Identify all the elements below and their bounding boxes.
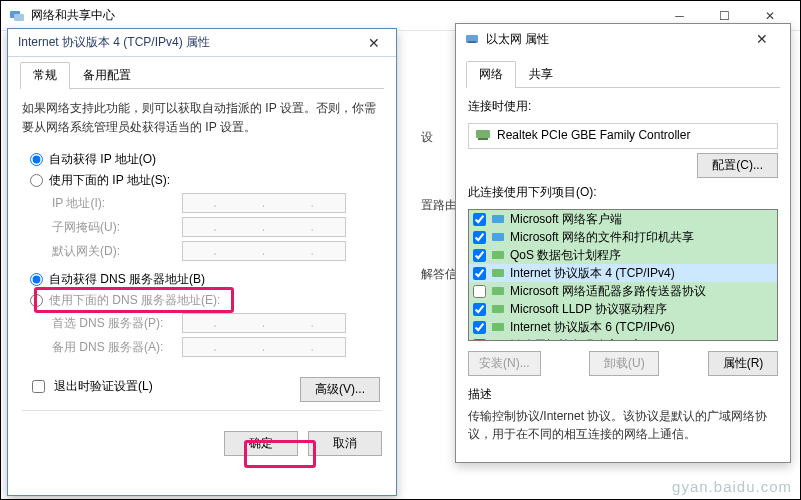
manual-ip-label: 使用下面的 IP 地址(S): — [49, 172, 170, 189]
component-checkbox[interactable] — [473, 213, 486, 226]
tab-alternate[interactable]: 备用配置 — [70, 62, 144, 89]
description-label: 描述 — [468, 386, 778, 403]
svg-rect-7 — [492, 233, 504, 241]
auto-ip-radio[interactable]: 自动获得 IP 地址(O) — [30, 151, 382, 168]
component-checkbox[interactable] — [473, 249, 486, 262]
svg-rect-11 — [492, 305, 504, 313]
auto-dns-radio-input[interactable] — [30, 273, 43, 286]
component-checkbox[interactable] — [473, 285, 486, 298]
component-item[interactable]: Microsoft LLDP 协议驱动程序 — [469, 300, 778, 318]
auto-dns-label: 自动获得 DNS 服务器地址(B) — [49, 271, 205, 288]
ipv4-close-button[interactable]: ✕ — [362, 35, 386, 51]
svg-rect-9 — [492, 269, 504, 277]
protocol-icon — [491, 302, 505, 316]
auto-ip-radio-input[interactable] — [30, 153, 43, 166]
ipv4-properties-dialog: Internet 协议版本 4 (TCP/IPv4) 属性 ✕ 常规 备用配置 … — [7, 28, 397, 496]
connect-using-label: 连接时使用: — [468, 98, 778, 115]
component-label: Internet 协议版本 6 (TCP/IPv6) — [510, 319, 675, 336]
component-label: Microsoft 网络适配器多路传送器协议 — [510, 283, 706, 300]
ip-label: IP 地址(I): — [52, 195, 182, 212]
ip-input: ... — [182, 193, 346, 213]
svg-rect-5 — [478, 138, 488, 140]
protocol-icon — [491, 266, 505, 280]
manual-dns-label: 使用下面的 DNS 服务器地址(E): — [49, 292, 220, 309]
component-item[interactable]: Internet 协议版本 4 (TCP/IPv4) — [469, 264, 778, 282]
component-checkbox[interactable] — [473, 321, 486, 334]
description-text: 传输控制协议/Internet 协议。该协议是默认的广域网络协议，用于在不同的相… — [468, 405, 778, 445]
component-label: Microsoft LLDP 协议驱动程序 — [510, 301, 667, 318]
svg-rect-10 — [492, 287, 504, 295]
svg-rect-1 — [14, 14, 24, 21]
ethernet-title-text: 以太网 属性 — [486, 31, 549, 48]
adapter-icon — [475, 128, 491, 142]
protocol-icon — [491, 338, 505, 341]
component-item[interactable]: QoS 数据包计划程序 — [469, 246, 778, 264]
component-label: Microsoft 网络客户端 — [510, 211, 622, 228]
tab-network[interactable]: 网络 — [466, 61, 516, 88]
component-checkbox[interactable] — [473, 303, 486, 316]
alt-dns-label: 备用 DNS 服务器(A): — [52, 339, 182, 356]
protocol-icon — [491, 230, 505, 244]
manual-ip-radio-input[interactable] — [30, 174, 43, 187]
intro-text: 如果网络支持此功能，则可以获取自动指派的 IP 设置。否则，你需要从网络系统管理… — [22, 99, 382, 137]
pref-dns-input: ... — [182, 313, 346, 333]
component-label: QoS 数据包计划程序 — [510, 247, 621, 264]
component-label: Internet 协议版本 4 (TCP/IPv4) — [510, 265, 675, 282]
component-label: 链路层拓扑发现响应程序 — [510, 337, 642, 342]
svg-rect-6 — [492, 215, 504, 223]
install-button[interactable]: 安装(N)... — [468, 351, 541, 376]
manual-dns-radio-input[interactable] — [30, 294, 43, 307]
ethernet-properties-dialog: 以太网 属性 ✕ 网络 共享 连接时使用: Realtek PCIe GBE F… — [455, 23, 791, 463]
ipv4-titlebar: Internet 协议版本 4 (TCP/IPv4) 属性 ✕ — [8, 29, 396, 57]
alt-dns-input: ... — [182, 337, 346, 357]
component-checkbox[interactable] — [473, 339, 486, 342]
tab-sharing[interactable]: 共享 — [516, 61, 566, 88]
svg-rect-12 — [492, 323, 504, 331]
uses-label: 此连接使用下列项目(O): — [468, 184, 778, 201]
configure-button[interactable]: 配置(C)... — [697, 153, 778, 178]
adapter-name: Realtek PCIe GBE Family Controller — [497, 128, 690, 142]
ethernet-titlebar: 以太网 属性 ✕ — [456, 24, 790, 54]
component-item[interactable]: Microsoft 网络的文件和打印机共享 — [469, 228, 778, 246]
component-item[interactable]: 链路层拓扑发现响应程序 — [469, 336, 778, 341]
auto-dns-radio[interactable]: 自动获得 DNS 服务器地址(B) — [30, 271, 382, 288]
ipv4-title-text: Internet 协议版本 4 (TCP/IPv4) 属性 — [18, 34, 210, 51]
ethernet-icon — [464, 31, 480, 47]
uninstall-button[interactable]: 卸载(U) — [589, 351, 659, 376]
component-checkbox[interactable] — [473, 231, 486, 244]
manual-dns-radio[interactable]: 使用下面的 DNS 服务器地址(E): — [30, 292, 382, 309]
protocol-icon — [491, 284, 505, 298]
auto-ip-label: 自动获得 IP 地址(O) — [49, 151, 156, 168]
mask-input: ... — [182, 217, 346, 237]
component-item[interactable]: Microsoft 网络客户端 — [469, 210, 778, 228]
cancel-button[interactable]: 取消 — [308, 431, 382, 456]
components-list[interactable]: Microsoft 网络客户端Microsoft 网络的文件和打印机共享QoS … — [468, 209, 778, 341]
ipv4-tabs: 常规 备用配置 — [20, 61, 384, 89]
mask-label: 子网掩码(U): — [52, 219, 182, 236]
parent-title-text: 网络和共享中心 — [31, 7, 115, 24]
validate-checkbox[interactable] — [32, 380, 45, 393]
protocol-icon — [491, 212, 505, 226]
protocol-icon — [491, 248, 505, 262]
svg-rect-4 — [476, 130, 490, 138]
gw-label: 默认网关(D): — [52, 243, 182, 260]
validate-checkbox-row[interactable]: 退出时验证设置(L) — [28, 377, 153, 396]
component-item[interactable]: Microsoft 网络适配器多路传送器协议 — [469, 282, 778, 300]
network-icon — [9, 8, 25, 24]
adapter-display: Realtek PCIe GBE Family Controller — [468, 123, 778, 149]
advanced-button[interactable]: 高级(V)... — [300, 377, 380, 402]
ok-button[interactable]: 确定 — [224, 431, 298, 456]
ethernet-tabs: 网络 共享 — [466, 60, 780, 88]
svg-rect-8 — [492, 251, 504, 259]
validate-label: 退出时验证设置(L) — [54, 378, 153, 395]
component-checkbox[interactable] — [473, 267, 486, 280]
component-label: Microsoft 网络的文件和打印机共享 — [510, 229, 694, 246]
component-item[interactable]: Internet 协议版本 6 (TCP/IPv6) — [469, 318, 778, 336]
manual-ip-radio[interactable]: 使用下面的 IP 地址(S): — [30, 172, 382, 189]
gw-input: ... — [182, 241, 346, 261]
pref-dns-label: 首选 DNS 服务器(P): — [52, 315, 182, 332]
properties-button[interactable]: 属性(R) — [708, 351, 778, 376]
ethernet-close-button[interactable]: ✕ — [742, 31, 782, 47]
tab-general[interactable]: 常规 — [20, 62, 70, 89]
protocol-icon — [491, 320, 505, 334]
